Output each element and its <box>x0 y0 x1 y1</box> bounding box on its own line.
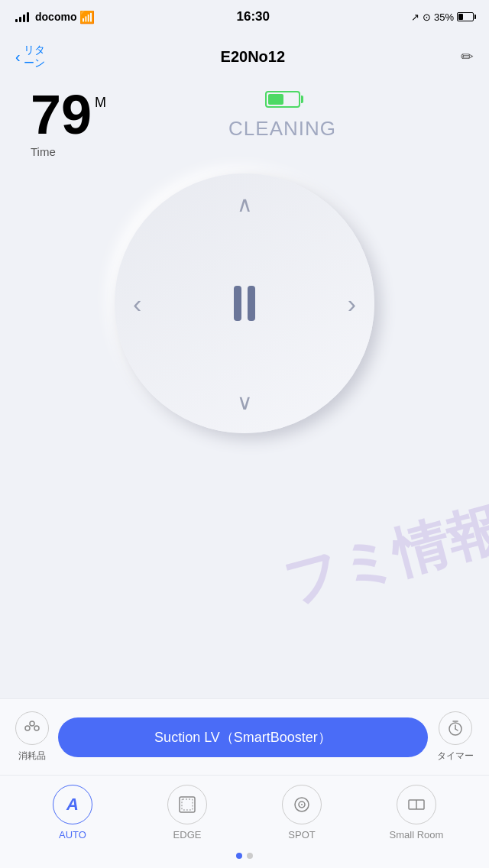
mode-small-room-label: Small Room <box>390 829 444 840</box>
svg-point-11 <box>301 804 303 805</box>
time-value-row: 79 M <box>31 87 106 142</box>
mode-small-room-icon <box>397 785 436 824</box>
timer-label: タイマー <box>437 750 474 763</box>
status-section: CLEANING <box>106 87 458 141</box>
dpad-section <box>23 173 466 433</box>
time-value: 79 <box>31 87 92 142</box>
bottom-section: 消耗品 Suction LV（SmartBooster） タイマー A AUTO <box>0 698 489 868</box>
suction-row: 消耗品 Suction LV（SmartBooster） タイマー <box>0 699 489 775</box>
mode-edge[interactable]: EDGE <box>130 785 244 840</box>
location-icon: ↗ <box>411 11 419 23</box>
mode-auto-icon: A <box>53 785 92 824</box>
dpad-left-button[interactable] <box>133 289 141 319</box>
main-content: 79 M Time CLEANING <box>0 79 489 433</box>
signal-bars-icon <box>15 11 29 22</box>
pause-bar-right <box>248 286 255 321</box>
mode-edge-label: EDGE <box>173 829 202 840</box>
time-label: Time <box>31 145 106 158</box>
page-dot-1 <box>236 853 242 859</box>
device-battery-fill <box>268 94 284 105</box>
time-unit: M <box>95 95 106 111</box>
time-section: 79 M Time <box>31 87 106 158</box>
status-right: ↗ ⊙ 35% <box>411 11 474 23</box>
cleaning-status: CLEANING <box>228 117 336 141</box>
status-bar: docomo 📶 16:30 ↗ ⊙ 35% <box>0 0 489 34</box>
mode-auto-label: AUTO <box>59 829 86 840</box>
page-indicator <box>0 847 489 868</box>
consumables-icon <box>15 711 49 745</box>
svg-line-5 <box>455 729 458 730</box>
svg-point-0 <box>25 726 30 730</box>
pause-icon <box>234 286 255 321</box>
device-battery-icon <box>265 91 300 108</box>
svg-point-2 <box>30 721 34 726</box>
edit-icon[interactable]: ✏ <box>461 47 474 66</box>
svg-point-1 <box>34 726 39 730</box>
carrier-label: docomo <box>35 11 76 23</box>
time-status-row: 79 M Time CLEANING <box>23 87 466 158</box>
mode-spot[interactable]: SPOT <box>244 785 359 840</box>
suction-pill[interactable]: Suction LV（SmartBooster） <box>58 717 428 757</box>
dpad-up-button[interactable] <box>237 192 253 217</box>
nav-bar: ‹ リターン E20No12 ✏ <box>0 34 489 79</box>
circle-icon: ⊙ <box>423 11 431 23</box>
back-label: リターン <box>24 44 45 70</box>
back-arrow-icon: ‹ <box>15 48 21 66</box>
page-title: E20No12 <box>221 48 286 66</box>
page-dot-2 <box>247 853 253 859</box>
mode-small-room[interactable]: Small Room <box>359 785 474 840</box>
timer-button[interactable]: タイマー <box>437 711 474 763</box>
pause-button[interactable] <box>218 277 271 330</box>
status-time: 16:30 <box>236 9 269 24</box>
mode-spot-icon <box>282 785 322 824</box>
timer-icon <box>439 711 472 745</box>
dpad-down-button[interactable] <box>237 390 253 415</box>
mode-auto[interactable]: A AUTO <box>15 785 130 840</box>
svg-rect-8 <box>182 799 193 810</box>
battery-percent: 35% <box>434 11 454 23</box>
back-button[interactable]: ‹ リターン <box>15 44 45 70</box>
dpad-right-button[interactable] <box>348 289 356 319</box>
pause-bar-left <box>234 286 241 321</box>
watermark: フミ情報 <box>276 492 489 620</box>
battery-icon <box>457 12 474 21</box>
consumables-button[interactable]: 消耗品 <box>15 711 49 763</box>
status-left: docomo 📶 <box>15 10 95 24</box>
dpad-circle <box>115 173 374 433</box>
wifi-icon: 📶 <box>79 10 95 24</box>
mode-row: A AUTO EDGE SPOT <box>0 775 489 847</box>
mode-edge-icon <box>167 785 207 824</box>
mode-spot-label: SPOT <box>288 829 315 840</box>
consumables-label: 消耗品 <box>18 750 46 763</box>
